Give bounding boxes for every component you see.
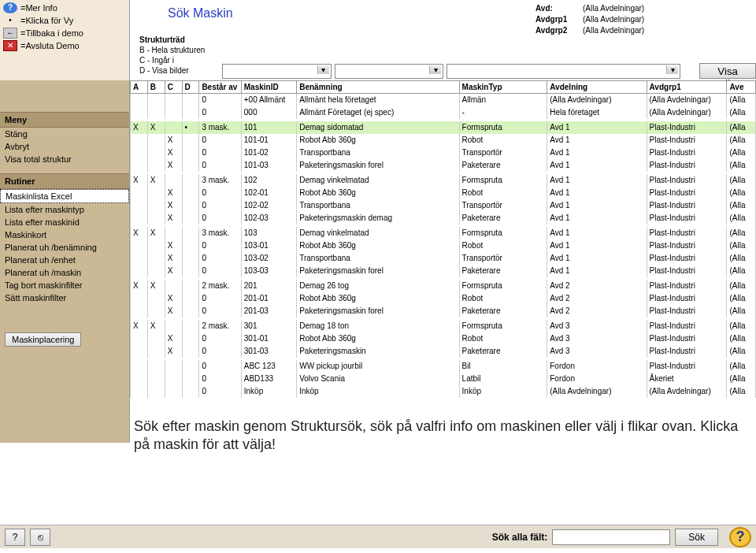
maskinplacering-button[interactable]: Maskinplacering: [5, 332, 81, 347]
sidebar-stang[interactable]: Stäng: [0, 128, 129, 140]
col-ave[interactable]: Ave: [727, 81, 756, 94]
table-row[interactable]: X0102-01Robot Abb 360gRobotAvd 1Plast-In…: [131, 187, 756, 199]
col-bestar[interactable]: Består av: [199, 81, 241, 94]
table-row[interactable]: X0301-03PaketeringsmaskinPaketerareAvd 3…: [131, 345, 756, 358]
table-row[interactable]: XX2 mask.201Demag 26 togFormsprutaAvd 2P…: [131, 280, 756, 292]
table-row[interactable]: 0ABD133Volvo ScaniaLatbilFordonÅkeriet(A…: [131, 373, 756, 385]
close-icon: ✕: [3, 40, 17, 51]
table-row[interactable]: 0+00 AllmäntAllmänt hela företagetAllmän…: [131, 94, 756, 107]
sidebar-avbryt[interactable]: Avbryt: [0, 140, 129, 153]
table-row[interactable]: X0103-03Paketeringsmaskin forelPaketerar…: [131, 265, 756, 277]
sidebar-maskinlista-excel[interactable]: Maskinlista Excel: [0, 189, 129, 203]
table-row[interactable]: X0201-03Paketeringsmaskin forelPaketerar…: [131, 305, 756, 317]
search-all-input[interactable]: [552, 529, 670, 545]
exit-button[interactable]: ⎋: [30, 529, 50, 546]
search-all-label: Sök alla fält:: [492, 532, 548, 543]
col-benamning[interactable]: Benämning: [297, 81, 459, 94]
col-a[interactable]: A: [131, 81, 148, 94]
col-typ[interactable]: MaskinTyp: [459, 81, 547, 94]
big-help-icon[interactable]: ?: [729, 527, 751, 547]
filter-combo-3[interactable]: [447, 64, 680, 79]
table-row[interactable]: X0101-03Paketeringsmaskin forelPaketerar…: [131, 159, 756, 172]
table-row[interactable]: XX3 mask.103Demag vinkelmatadFormsprutaA…: [131, 227, 756, 239]
sidebar-visa-total[interactable]: Visa total struktur: [0, 153, 129, 165]
legend-click: =Klicka för Vy: [20, 14, 73, 27]
table-row[interactable]: X0102-03Paketeringsmaskin demagPaketerar…: [131, 212, 756, 225]
sidebar-rutiner-header: Rutiner: [0, 173, 129, 189]
sidebar-planuh-benamning[interactable]: Planerat uh /benämning: [0, 241, 129, 254]
table-row[interactable]: X0201-01Robot Abb 360gRobotAvd 2Plast-In…: [131, 292, 756, 305]
legend-quit: =Avsluta Demo: [20, 39, 80, 52]
grid: A B C D Består av MaskinID Benämning Mas…: [130, 80, 756, 443]
help-button[interactable]: ?: [5, 529, 25, 546]
help-icon: ?: [3, 2, 17, 13]
back-icon: ←: [3, 28, 17, 39]
sidebar-lista-maskintyp[interactable]: Lista efter maskintyp: [0, 203, 129, 216]
table-row[interactable]: X0101-02TransportbanaTransportörAvd 1Pla…: [131, 147, 756, 159]
table-row[interactable]: X0103-01Robot Abb 360gRobotAvd 1Plast-In…: [131, 239, 756, 252]
table-row[interactable]: X0301-01Robot Abb 360gRobotAvd 3Plast-In…: [131, 332, 756, 345]
visa-alla-button[interactable]: Visa alla: [699, 63, 756, 79]
col-c[interactable]: C: [165, 81, 182, 94]
table-row[interactable]: XX2 mask.301Demag 18 tonFormsprutaAvd 3P…: [131, 320, 756, 332]
table-row[interactable]: 0InköpInköpInköp(Alla Avdelningar)(Alla …: [131, 385, 756, 398]
sidebar-lista-maskinid[interactable]: Lista efter maskinid: [0, 216, 129, 228]
filter-combo-2[interactable]: [335, 64, 444, 79]
sidebar-meny-header: Meny: [0, 112, 129, 128]
legend: ?=Mer Info •=Klicka för Vy ←=Tillbaka i …: [0, 0, 130, 80]
sidebar-maskinkort[interactable]: Maskinkort: [0, 228, 129, 241]
col-b[interactable]: B: [147, 81, 165, 94]
table-row[interactable]: XX3 mask.102Demag vinkelmatadFormsprutaA…: [131, 174, 756, 187]
table-row[interactable]: X0103-02TransportbanaTransportörAvd 1Pla…: [131, 252, 756, 265]
table-row[interactable]: X0102-02TransportbanaTransportörAvd 1Pla…: [131, 199, 756, 212]
filter-combo-1[interactable]: [222, 64, 332, 79]
table-row[interactable]: X0101-01Robot Abb 360gRobotAvd 1Plast-In…: [131, 134, 756, 147]
search-button[interactable]: Sök: [675, 529, 718, 546]
bottom-bar: ? ⎋ Sök alla fält: Sök ?: [0, 525, 756, 548]
sidebar-tagbort-filter[interactable]: Tag bort maskinfilter: [0, 279, 129, 291]
legend-back: =Tillbaka i demo: [20, 27, 83, 39]
col-avd[interactable]: Avdelning: [547, 81, 647, 94]
page-title: Sök Maskin: [168, 6, 526, 20]
bullet-icon: •: [3, 15, 17, 26]
table-row[interactable]: XX•3 mask.101Demag sidomatadFormsprutaAv…: [131, 121, 756, 134]
col-grp1[interactable]: Avdgrp1: [647, 81, 727, 94]
col-d[interactable]: D: [182, 81, 199, 94]
table-row[interactable]: 0000Allmänt Företaget (ej spec)-Hela för…: [131, 106, 756, 119]
sidebar: Meny Stäng Avbryt Visa total struktur Ru…: [0, 80, 130, 443]
instruction-text: Sök efter maskin genom Struktursök, sök …: [134, 418, 747, 454]
col-maskinid[interactable]: MaskinID: [241, 81, 296, 94]
sidebar-planuh-maskin[interactable]: Planerat uh /maskin: [0, 266, 129, 279]
legend-more: =Mer Info: [20, 2, 57, 14]
sidebar-planuh-enhet[interactable]: Planerat uh /enhet: [0, 254, 129, 266]
sidebar-satt-filter[interactable]: Sätt maskinfilter: [0, 291, 129, 304]
table-row[interactable]: 0ABC 123WW pickup jourbilBilFordonPlast-…: [131, 360, 756, 373]
